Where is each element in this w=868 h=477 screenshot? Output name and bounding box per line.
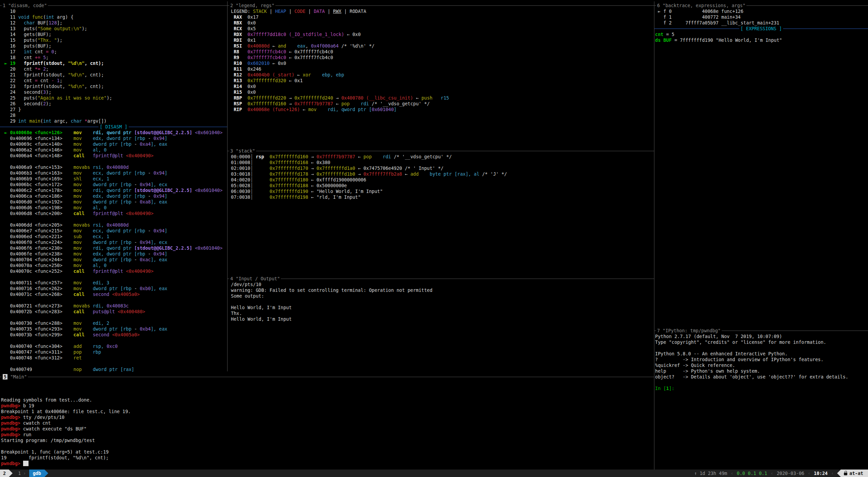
pane-number: 6 [657,3,660,8]
lock-icon [844,473,847,475]
vertical-pane-border-right[interactable] [654,1,654,470]
stack-listing: 00:0000│ rsp 0x7fffffffd160 → 0x7ffff7b9… [228,154,654,200]
terminal-line: f 2 7ffff7a05b97 __libc_start_main+231 [654,20,868,26]
terminal-line [0,216,227,222]
terminal-line: 0x4006d0 <func+192> mov dword ptr [rbp -… [0,199,227,205]
terminal-line [0,159,227,164]
terminal-line: 25 puts("Again as it was so nice"); [0,95,227,101]
gdb-console-listing[interactable]: Reading symbols from test...done.pwndbg>… [0,380,654,466]
terminal-line: /dev/pts/10 [228,282,654,287]
pane-ipython[interactable]: 7 "IPython: tmp/pwndbg" Python 2.7.17 (d… [654,325,868,470]
terminal-line: 02:0010│ 0x7fffffffd170 → 0x7fffffffd1a0… [228,165,654,171]
terminal-line: 0x400721 <func+273> movabs rdi, 0x40083c [0,303,227,309]
terminal-line: Hello World, I'm Input [228,305,654,311]
terminal-line: 28 [0,112,227,118]
pane-border-line [228,279,654,279]
pane-main-title: 5 "Main" [0,374,654,380]
terminal-line: 0x4006a2 <func+146> mov al, 0 [0,147,227,153]
status-clock: 10:24 [814,470,828,477]
terminal-line: RIP 0x40068e (func+126) ← mov rdi, qword… [228,107,654,112]
ipython-banner-listing[interactable]: Python 2.7.17 (default, Nov 7 2019, 10:0… [654,334,868,391]
pane-title-text: "backtrace, expressions, args" [660,3,745,8]
pane-disasm-code-title: 1 "disasm, code" [0,3,227,8]
terminal-line: 14 gets(BUF); [0,32,227,37]
pane-title-text: "legend, regs" [233,3,274,8]
terminal-line: 0x400747 <func+311> pop rbp [0,349,227,355]
terminal-line: 11 void func(int arg) { [0,14,227,20]
terminal-line: R14 0x0 [228,84,654,89]
terminal-line [0,443,654,449]
powerline-arrow-icon [9,470,13,477]
pane-title-text: "stack" [233,148,255,154]
pane-title-text: "Input / Output" [233,276,280,281]
terminal-line: 0x400740 <func+304> add rsp, 0xc0 [0,343,227,349]
terminal-line: object? -> Details about 'object', use '… [654,374,868,380]
pane-input-output[interactable]: 4 "Input / Output" /dev/pts/10warning: G… [228,273,654,371]
pane-title-text: "disasm, code" [5,3,47,8]
uptime-status: ↑ 1d 23h 49m [694,470,727,477]
terminal-line: 0x4006d6 <func+198> mov al, 0 [0,205,227,211]
pane-border-line [228,5,654,6]
pane-number: 1 [3,3,5,8]
terminal-line: 15 puts("Thx. "); [0,37,227,43]
hostname-badge: at-at [841,470,868,477]
terminal-line: RBX 0x0 [228,20,654,26]
terminal-line: 0x40072b <func+283> call puts@plt <0x400… [0,309,227,315]
pane-number: 7 [657,328,660,333]
terminal-line: ► 19 fprintf(stdout, "%d\n", cnt); [0,60,227,66]
terminal-line: 0x4006b9 <func+169> shl ecx, 1 [0,176,227,182]
terminal-line: In [1]: [654,386,868,391]
terminal-line: 27 } [0,107,227,112]
terminal-line: pwndbg> run [0,432,654,438]
terminal-line: pwndbg> tty /dev/pts/10 [0,414,654,420]
vertical-pane-border-left[interactable] [227,1,228,371]
registers-listing: LEGEND: STACK | HEAP | CODE | DATA | RWX… [228,8,654,112]
terminal-line: 12 char BUF[128]; [0,20,227,26]
pane-border-line [228,151,654,151]
terminal-line: R11 0x246 [228,66,654,72]
terminal-line: 18 cnt += 5; [0,55,227,60]
pane-stack[interactable]: 3 "stack" 00:0000│ rsp 0x7fffffffd160 → … [228,145,654,273]
tmux-status-bar: 2 1 › gdb ↑ 1d 23h 49m ‹ 0.0 0.1 0.1 ‹ 2… [0,470,868,477]
terminal-line: R13 0x7fffffffd320 ← 0x1 [228,78,654,84]
uptime-value: 1d 23h 49m [700,471,727,476]
terminal-line: ds BUF = 7fffffffd190 "Hello World, I'm … [654,37,868,43]
terminal-line: 0x4006fe <func+238> mov edx, dword ptr [… [0,251,227,257]
terminal-line [0,338,227,343]
tmux-window-tab-gdb[interactable]: gdb [29,470,44,477]
terminal-line: 0x4006f6 <func+230> mov rdi, qword ptr [… [0,245,227,251]
terminal-line: 10 [0,8,227,14]
terminal-line: R9 0x7ffff7fcb4c0 ← 0x7ffff7fcb4c0 [228,55,654,60]
backtrace-frames-listing: ► f 0 40068e func+126 f 1 400772 main+34… [654,8,868,26]
terminal-line: 0x400748 <func+312> ret [0,355,227,361]
pane-title-text: "Main" [7,374,27,379]
pane-backtrace-expressions[interactable]: 6 "backtrace, expressions, args" ► f 0 4… [654,0,868,325]
powerline-arrow-icon [44,470,48,477]
tmux-session-badge[interactable]: 2 [0,470,9,477]
terminal-line: Some output: [228,293,654,299]
pane-main-gdb-console[interactable]: 5 "Main" Reading symbols from test...don… [0,371,654,470]
terminal-line: 16 puts(BUF); [0,43,227,49]
pane-disasm-code[interactable]: 1 "disasm, code" 10 11 void func(int arg… [0,0,227,374]
terminal-line: 23 fprintf(stdout, "%d\n", cnt); [0,84,227,89]
terminal-line: 19 fprintf(stdout, "%d\n", cnt); [0,455,654,461]
terminal-line: Breakpoint 1 at 0x40068e: file test.c, l… [0,409,654,414]
terminal-line: 0x4006dd <func+205> movabs rsi, 0x40080d [0,222,227,228]
terminal-line: 0x4006b3 <func+163> mov ecx, dword ptr [… [0,170,227,176]
terminal-line: 0x4006a9 <func+153> movabs rsi, 0x40080d [0,164,227,170]
terminal-line: 01:0008│ 0x7fffffffd168 ← 0x380 [228,160,654,165]
tmux-window-index[interactable]: 1 [13,470,23,477]
chevron-left-icon: ‹ [727,470,737,477]
terminal-line: R15 0x0 [228,89,654,95]
terminal-line [654,380,868,386]
terminal-line: 0x4006ca <func+186> mov edx, dword ptr [… [0,193,227,199]
terminal-line [0,297,227,303]
watch-expressions-listing: cnt = 5ds BUF = 7fffffffd190 "Hello Worl… [654,32,868,43]
terminal-line: 06:0030│ 0x7fffffffd190 ← "Hello World, … [228,189,654,194]
terminal-line: 26 second(2); [0,101,227,107]
tmux-pwndbg-screen: { "panes": { "disasm_code": { "num": "1"… [0,0,868,477]
pane-legend-regs[interactable]: 2 "legend, regs" LEGEND: STACK | HEAP | … [228,0,654,145]
terminal-line: IPython 5.8.0 -- An enhanced Interactive… [654,351,868,357]
chevron-right-icon: › [23,470,29,477]
terminal-line: Type "copyright", "credits" or "license"… [654,339,868,345]
